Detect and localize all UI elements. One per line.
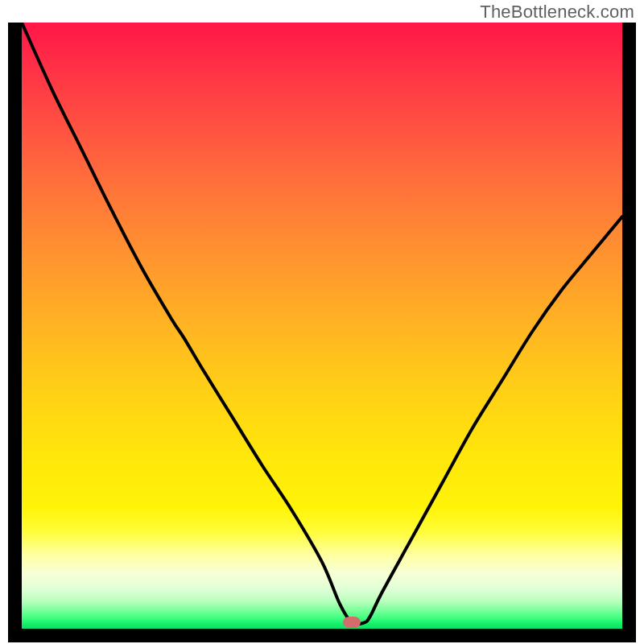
- watermark-text: TheBottleneck.com: [480, 2, 634, 23]
- chart-frame: [8, 23, 636, 642]
- plot-area: [22, 23, 622, 629]
- bottleneck-curve: [22, 23, 622, 629]
- optimum-marker-icon: [343, 617, 361, 628]
- chart-container: TheBottleneck.com: [0, 0, 644, 644]
